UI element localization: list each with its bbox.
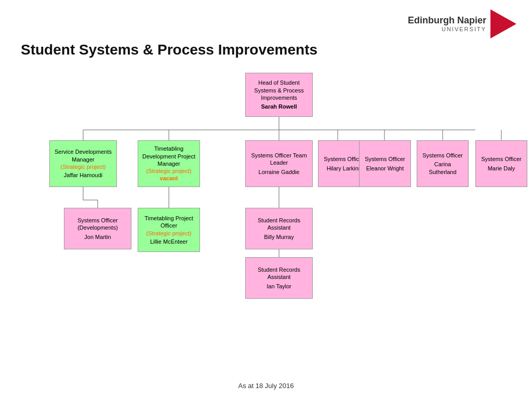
node-tpm-strategic: (Strategic project) (147, 167, 192, 175)
node-tpo-role: Timetabling Project Officer (141, 215, 196, 230)
node-soe-name: Eleanor Wright (366, 165, 404, 172)
node-sod-role: Systems Officer (Developments) (68, 217, 128, 232)
node-sotl-name: Lorraine Gaddie (259, 168, 300, 176)
node-systems-officer-marie: Systems Officer Marie Daly (475, 140, 527, 187)
node-sotl-role: Systems Officer Team Leader (249, 152, 309, 167)
logo-name: Edinburgh Napier (408, 15, 486, 26)
node-srb-name: Billy Murray (264, 233, 294, 241)
node-tpo-name: Lillie McEnteer (150, 238, 188, 245)
node-soc-role: Systems Officer (422, 152, 462, 159)
node-head-role: Head of Student Systems & Process Improv… (249, 79, 309, 101)
node-systems-officer-dev: Systems Officer (Developments) Jon Marti… (64, 208, 131, 249)
node-sri-name: Ian Taylor (267, 283, 291, 290)
node-sdm-strategic: (Strategic project) (61, 163, 106, 170)
node-systems-officer-eleanor: Systems Officer Eleanor Wright (359, 140, 411, 187)
node-head-name: Sarah Rowell (261, 103, 297, 110)
node-soc-name: Carina Sutherland (420, 161, 465, 176)
node-srb-role: Student Records Assistant (249, 217, 309, 232)
logo-text: Edinburgh Napier UNIVERSITY (408, 15, 486, 33)
node-sdm-name: Jaffar Hamoudi (64, 171, 102, 179)
logo: Edinburgh Napier UNIVERSITY (408, 9, 516, 38)
logo-subtitle: UNIVERSITY (408, 26, 486, 33)
node-student-records-billy: Student Records Assistant Billy Murray (245, 208, 313, 249)
node-systems-officer-tl: Systems Officer Team Leader Lorraine Gad… (245, 140, 313, 187)
node-systems-officer-carina: Systems Officer Carina Sutherland (417, 140, 469, 187)
node-sdm-role: Service Developments Manager (53, 148, 113, 163)
org-chart: Head of Student Systems & Process Improv… (21, 68, 511, 338)
node-soe-role: Systems Officer (365, 155, 405, 163)
logo-triangle-icon (490, 9, 516, 38)
node-tpm-name: vacant (160, 175, 178, 182)
page-title: Student Systems & Process Improvements (21, 42, 511, 58)
node-timetabling-po: Timetabling Project Officer (Strategic p… (138, 208, 200, 252)
node-som-name: Marie Daly (488, 165, 515, 172)
node-tpm-role: Timetabling Development Project Manager (141, 145, 196, 167)
node-soh-name: Hilary Larkins (327, 165, 362, 172)
node-service-dev-manager: Service Developments Manager (Strategic … (49, 140, 117, 187)
node-head: Head of Student Systems & Process Improv… (245, 73, 313, 117)
page: Edinburgh Napier UNIVERSITY Student Syst… (0, 0, 532, 399)
node-sri-role: Student Records Assistant (249, 266, 309, 281)
node-soh-role: Systems Officer (324, 155, 364, 163)
node-sod-name: Jon Martin (84, 233, 111, 241)
node-tpo-strategic: (Strategic project) (147, 230, 192, 237)
node-som-role: Systems Officer (481, 155, 521, 163)
node-student-records-ian: Student Records Assistant Ian Taylor (245, 257, 313, 299)
node-timetabling-pm: Timetabling Development Project Manager … (138, 140, 200, 187)
footer-note: As at 18 July 2016 (238, 382, 294, 390)
